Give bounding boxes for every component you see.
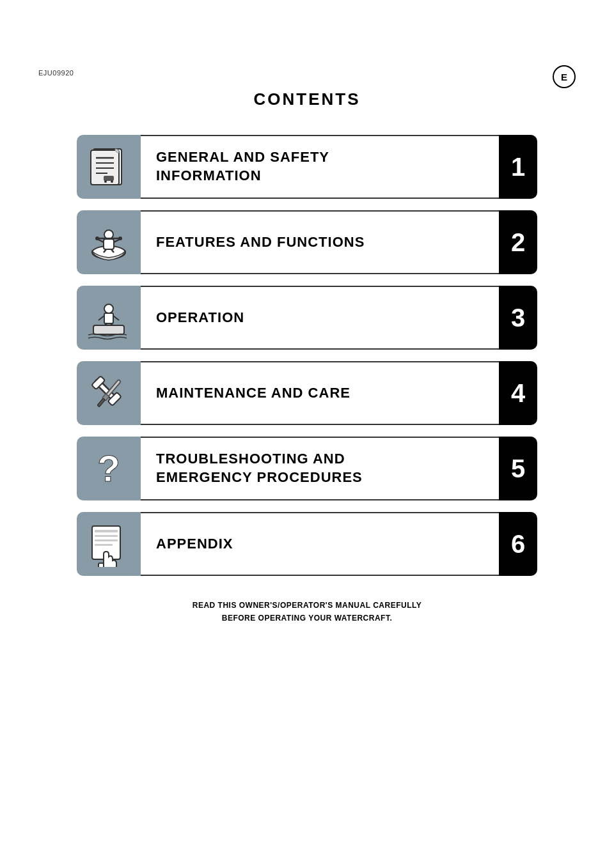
toc-item-2[interactable]: FEATURES AND FUNCTIONS 2 xyxy=(77,210,537,274)
svg-rect-34 xyxy=(95,530,118,532)
svg-rect-35 xyxy=(95,535,118,537)
svg-point-17 xyxy=(95,236,99,240)
language-badge: E xyxy=(553,65,576,88)
toc-item-6[interactable]: APPENDIX 6 xyxy=(77,512,537,576)
maintenance-icon xyxy=(77,361,141,425)
general-safety-number-box: 1 xyxy=(499,135,537,199)
svg-rect-11 xyxy=(104,239,114,249)
page-title: CONTENTS xyxy=(254,89,361,109)
svg-line-24 xyxy=(98,316,104,320)
footer-line1: READ THIS OWNER'S/OPERATOR'S MANUAL CARE… xyxy=(193,601,421,610)
appendix-label-box: APPENDIX xyxy=(141,512,499,576)
svg-rect-36 xyxy=(95,539,118,541)
features-number: 2 xyxy=(511,228,525,257)
svg-rect-31 xyxy=(97,398,105,407)
appendix-icon xyxy=(77,512,141,576)
appendix-number-box: 6 xyxy=(499,512,537,576)
toc-list: GENERAL AND SAFETYINFORMATION 1 xyxy=(77,135,537,576)
maintenance-number-box: 4 xyxy=(499,361,537,425)
svg-rect-19 xyxy=(93,325,124,334)
svg-text:?: ? xyxy=(97,447,120,489)
toc-item-1[interactable]: GENERAL AND SAFETYINFORMATION 1 xyxy=(77,135,537,199)
toc-item-5[interactable]: ? TROUBLESHOOTING ANDEMERGENCY PROCEDURE… xyxy=(77,437,537,500)
features-icon xyxy=(77,210,141,274)
operation-label: OPERATION xyxy=(156,309,244,327)
general-safety-label-box: GENERAL AND SAFETYINFORMATION xyxy=(141,135,499,199)
troubleshooting-label: TROUBLESHOOTING ANDEMERGENCY PROCEDURES xyxy=(156,450,363,486)
features-label-box: FEATURES AND FUNCTIONS xyxy=(141,210,499,274)
operation-label-box: OPERATION xyxy=(141,286,499,350)
troubleshooting-number-box: 5 xyxy=(499,437,537,500)
svg-point-20 xyxy=(104,304,113,313)
svg-point-18 xyxy=(118,236,122,240)
troubleshooting-number: 5 xyxy=(511,454,525,483)
maintenance-label: MAINTENANCE AND CARE xyxy=(156,384,350,403)
toc-item-3[interactable]: OPERATION 3 xyxy=(77,286,537,350)
operation-number: 3 xyxy=(511,304,525,332)
general-safety-number: 1 xyxy=(511,153,525,182)
troubleshooting-icon: ? xyxy=(77,437,141,500)
svg-rect-6 xyxy=(104,176,114,181)
svg-rect-21 xyxy=(104,313,113,323)
general-safety-icon xyxy=(77,135,141,199)
general-safety-label: GENERAL AND SAFETYINFORMATION xyxy=(156,148,329,185)
maintenance-label-box: MAINTENANCE AND CARE xyxy=(141,361,499,425)
toc-item-4[interactable]: MAINTENANCE AND CARE 4 xyxy=(77,361,537,425)
maintenance-number: 4 xyxy=(511,379,525,408)
svg-rect-38 xyxy=(98,563,104,567)
page-wrapper: EJU09920 E CONTENTS xyxy=(0,0,614,868)
operation-number-box: 3 xyxy=(499,286,537,350)
appendix-label: APPENDIX xyxy=(156,535,233,554)
svg-line-25 xyxy=(113,316,119,320)
troubleshooting-label-box: TROUBLESHOOTING ANDEMERGENCY PROCEDURES xyxy=(141,437,499,500)
svg-rect-37 xyxy=(95,544,113,546)
footer-line2: BEFORE OPERATING YOUR WATERCRAFT. xyxy=(222,614,393,623)
doc-code: EJU09920 xyxy=(38,69,74,77)
appendix-number: 6 xyxy=(511,530,525,559)
operation-icon xyxy=(77,286,141,350)
features-number-box: 2 xyxy=(499,210,537,274)
svg-point-8 xyxy=(111,180,113,183)
features-label: FEATURES AND FUNCTIONS xyxy=(156,233,365,252)
footer-text: READ THIS OWNER'S/OPERATOR'S MANUAL CARE… xyxy=(193,599,421,625)
svg-point-7 xyxy=(104,180,107,183)
